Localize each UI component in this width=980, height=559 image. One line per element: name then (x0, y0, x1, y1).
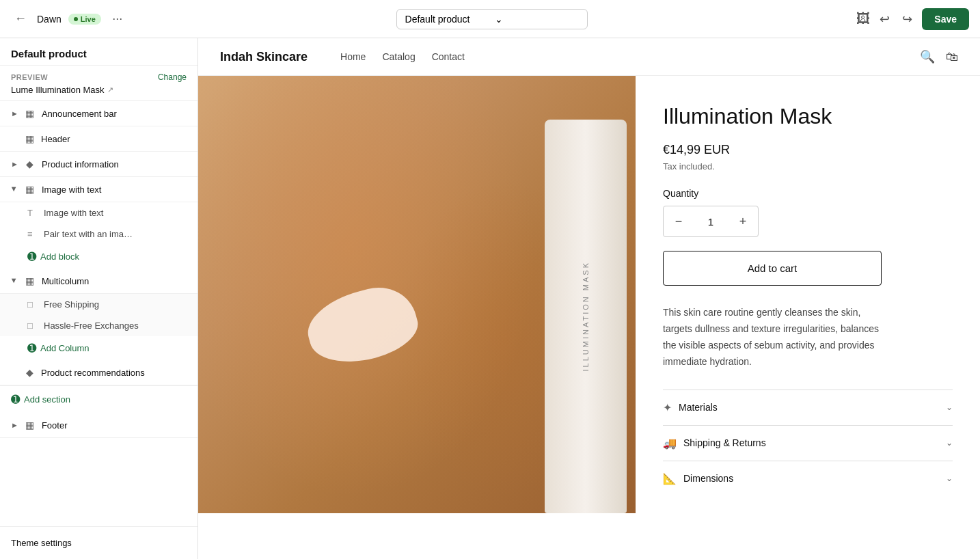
announcement-bar-label: Announcement bar (42, 109, 187, 119)
image-with-text-block-label: Image with text (44, 208, 103, 218)
multicolumn-label: Multicolumn (42, 276, 187, 286)
store-nav: Indah Skincare Home Catalog Contact 🔍 🛍 (198, 38, 980, 76)
quantity-control: − 1 + (663, 206, 759, 237)
preview-product[interactable]: Lume Illumination Mask ↗ (11, 85, 187, 95)
sidebar-item-announcement-bar[interactable]: ► ▦ Announcement bar (0, 101, 198, 126)
add-to-cart-button[interactable]: Add to cart (663, 251, 882, 286)
live-label: Live (81, 15, 96, 23)
more-button[interactable]: ··· (108, 10, 127, 29)
product-selector-value: Default product (405, 14, 489, 25)
product-description: This skin care routine gently cleanses t… (663, 305, 882, 370)
hassle-free-icon: □ (27, 321, 38, 331)
image-with-text-label: Image with text (42, 185, 170, 195)
accordion-shipping-header[interactable]: 🚚 Shipping & Returns ⌄ (663, 437, 953, 450)
sidebar-item-pair-text-block[interactable]: ≡ Pair text with an ima… (0, 223, 198, 245)
add-column-button[interactable]: ➊ Add Column (0, 336, 198, 360)
product-info-label: Product information (42, 159, 159, 169)
topbar: ← Dawn Live ··· Default product ⌄ 🖼 ↩ ↪ … (0, 0, 980, 38)
free-shipping-icon: □ (27, 299, 38, 310)
search-icon[interactable]: 🔍 (920, 49, 935, 64)
product-price: €14,99 EUR (663, 143, 953, 157)
materials-label: Materials (679, 402, 718, 413)
quantity-value: 1 (694, 216, 728, 228)
accordion-dimensions-left: 📐 Dimensions (663, 472, 733, 485)
visibility-icon[interactable]: 👁 (165, 159, 174, 169)
header-icon: ▦ (23, 133, 36, 144)
materials-icon: ✦ (663, 401, 672, 414)
product-image: ILLUMINATION MASK (198, 76, 636, 513)
nav-link-home[interactable]: Home (340, 51, 366, 62)
accordion-shipping-left: 🚚 Shipping & Returns (663, 437, 766, 450)
add-section-label: Add section (24, 394, 70, 405)
cart-icon[interactable]: 🛍 (946, 50, 958, 64)
monitor-icon[interactable]: 🖼 (856, 11, 870, 27)
sidebar-item-hassle-free[interactable]: □ Hassle-Free Exchanges (0, 315, 198, 336)
plus-circle-section-icon: ➊ (11, 393, 20, 406)
sidebar-item-product-information[interactable]: ► ◆ Product information 👁 ⋮ (0, 152, 198, 177)
dimensions-icon: 📐 (663, 472, 677, 485)
undo-button[interactable]: ↩ (877, 9, 893, 29)
free-shipping-label: Free Shipping (44, 299, 99, 310)
add-block-label: Add block (40, 251, 79, 262)
sidebar-item-footer[interactable]: ► ▦ Footer (0, 413, 198, 438)
topbar-left: ← Dawn Live ··· (11, 10, 127, 29)
add-section-button[interactable]: ➊ Add section (0, 385, 198, 413)
theme-settings-link[interactable]: Theme settings (11, 538, 187, 548)
topbar-center: Default product ⌄ (135, 9, 848, 29)
shipping-icon: 🚚 (663, 437, 677, 450)
sidebar-bottom: Theme settings (0, 526, 198, 559)
hassle-free-label: Hassle-Free Exchanges (44, 321, 139, 331)
save-button[interactable]: Save (922, 8, 969, 30)
product-selector[interactable]: Default product ⌄ (396, 9, 588, 29)
preview-area: Indah Skincare Home Catalog Contact 🔍 🛍 … (198, 38, 980, 559)
nav-link-contact[interactable]: Contact (432, 51, 465, 62)
back-icon[interactable]: ← (11, 10, 30, 29)
chevron-right-icon: ► (11, 109, 18, 118)
sidebar-item-header[interactable]: ▦ Header (0, 126, 198, 152)
chevron-down-accordion: ⌄ (946, 403, 953, 412)
image-with-text-icon: ▦ (24, 184, 36, 195)
product-tube: ILLUMINATION MASK (545, 120, 627, 513)
sidebar-item-image-with-text-block[interactable]: T Image with text (0, 202, 198, 223)
quantity-increase-button[interactable]: + (728, 206, 758, 236)
footer-label: Footer (42, 420, 187, 431)
chevron-down-icon-mc: ► (10, 277, 18, 285)
sidebar-item-product-recommendations[interactable]: ◆ Product recommendations (0, 360, 198, 385)
sidebar-header: Default product (0, 38, 198, 66)
accordion-dimensions: 📐 Dimensions ⌄ (663, 461, 953, 496)
topbar-right: 🖼 ↩ ↪ Save (856, 8, 969, 30)
product-info-panel: Illumination Mask €14,99 EUR Tax include… (636, 76, 980, 523)
plus-circle-icon: ➊ (27, 250, 36, 263)
quantity-decrease-button[interactable]: − (664, 206, 694, 236)
accordion-dimensions-header[interactable]: 📐 Dimensions ⌄ (663, 472, 953, 485)
add-block-button[interactable]: ➊ Add block (0, 245, 198, 269)
store-brand: Indah Skincare (220, 50, 308, 64)
preview-label: PREVIEW Change (11, 72, 187, 82)
main-layout: Default product PREVIEW Change Lume Illu… (0, 38, 980, 559)
chevron-right-icon-pi: ► (11, 160, 18, 168)
accordion-shipping: 🚚 Shipping & Returns ⌄ (663, 425, 953, 461)
nav-link-catalog[interactable]: Catalog (382, 51, 415, 62)
sidebar-item-free-shipping[interactable]: □ Free Shipping (0, 294, 198, 315)
drag-icon[interactable]: ⋮ (178, 159, 187, 169)
nav-links: Home Catalog Contact (340, 51, 465, 62)
pair-text-label: Pair text with an ima… (44, 229, 133, 239)
store-nav-right: 🔍 🛍 (920, 49, 958, 64)
hidden-icon[interactable]: 🚫 (176, 185, 187, 195)
sidebar-sections: ► ▦ Announcement bar ▦ Header ► ◆ Produc… (0, 101, 198, 526)
accordion-materials-header[interactable]: ✦ Materials ⌄ (663, 401, 953, 414)
header-label: Header (41, 134, 187, 144)
product-info-icon: ◆ (24, 159, 36, 169)
redo-button[interactable]: ↪ (899, 9, 915, 29)
sidebar-item-multicolumn[interactable]: ► ▦ Multicolumn (0, 269, 198, 294)
chevron-down-icon-iwt: ► (10, 186, 18, 193)
shipping-label: Shipping & Returns (683, 437, 766, 448)
footer-icon: ▦ (24, 420, 36, 431)
product-rec-label: Product recommendations (41, 368, 187, 378)
text-block-icon: T (27, 208, 38, 218)
tube-text: ILLUMINATION MASK (582, 261, 590, 371)
sidebar-item-image-with-text[interactable]: ► ▦ Image with text 🚫 (0, 177, 198, 202)
chevron-down-shipping: ⌄ (946, 438, 953, 448)
dimensions-label: Dimensions (683, 473, 733, 484)
preview-change-link[interactable]: Change (158, 72, 187, 82)
